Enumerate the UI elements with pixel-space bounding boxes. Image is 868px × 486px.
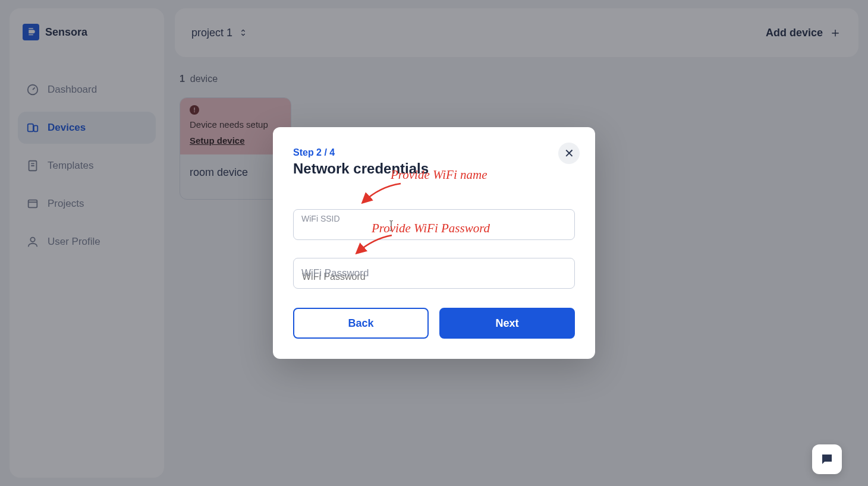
wifi-ssid-input[interactable] — [293, 209, 575, 240]
wifi-ssid-field-wrap: WiFi SSID — [293, 209, 575, 240]
back-label: Back — [348, 317, 373, 330]
modal-overlay: Step 2 / 4 Network credentials ✕ WiFi SS… — [0, 0, 868, 486]
back-button[interactable]: Back — [293, 308, 429, 339]
modal-title: Network credentials — [293, 160, 575, 177]
wifi-password-input[interactable] — [293, 258, 575, 289]
network-credentials-modal: Step 2 / 4 Network credentials ✕ WiFi SS… — [273, 127, 595, 359]
chat-fab[interactable] — [812, 444, 842, 474]
next-label: Next — [495, 317, 518, 330]
close-icon: ✕ — [564, 146, 574, 160]
next-button[interactable]: Next — [439, 308, 575, 339]
chat-icon — [820, 452, 834, 466]
modal-button-row: Back Next — [293, 308, 575, 339]
modal-step-label: Step 2 / 4 — [293, 147, 575, 158]
arrow-ssid-icon — [356, 181, 404, 207]
close-button[interactable]: ✕ — [558, 143, 580, 164]
wifi-password-field-wrap: WiFi Password — [293, 258, 575, 289]
